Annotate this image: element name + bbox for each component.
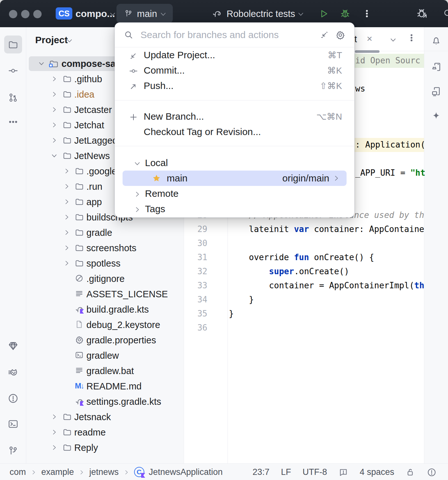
close-tab-icon[interactable]: × <box>367 33 372 44</box>
chevron-right-icon[interactable] <box>51 428 58 436</box>
menu-item-checkout-tag-or-revision[interactable]: Checkout Tag or Revision... <box>115 124 354 140</box>
caret-position[interactable]: 23:7 <box>252 467 269 477</box>
line-number: 32 <box>184 267 207 276</box>
status-widgets: 23:7LFUTF-84 spaces <box>252 464 436 480</box>
tree-row-screenshots[interactable]: screenshots <box>29 241 182 255</box>
line-separator[interactable]: LF <box>281 467 291 477</box>
tool-rail-terminal[interactable] <box>4 415 22 433</box>
folder-icon <box>63 428 72 436</box>
tree-row-readme[interactable]: readme <box>29 425 182 440</box>
chevron-right-icon[interactable] <box>63 229 70 236</box>
breadcrumb-segment[interactable]: com <box>10 467 26 477</box>
tree-row-Jetsnack[interactable]: Jetsnack <box>29 410 182 424</box>
breadcrumb-segment[interactable]: example <box>41 467 74 477</box>
tree-row-settings.gradle.kts[interactable]: settings.gradle.kts <box>29 394 182 409</box>
file-lock-widget[interactable] <box>406 467 415 477</box>
indent-size[interactable]: 4 spaces <box>360 467 394 477</box>
chevron-right-icon[interactable] <box>51 413 58 420</box>
chevron-right-icon[interactable] <box>63 183 70 190</box>
chevron-down-icon[interactable] <box>389 36 397 44</box>
chevron-down-icon[interactable] <box>51 152 58 159</box>
menu-item-push[interactable]: Push...⇧⌘K <box>115 78 354 93</box>
profiler-icon[interactable] <box>416 8 428 20</box>
project-folder-icon <box>49 59 58 68</box>
chevron-right-icon[interactable] <box>63 213 70 221</box>
tags-node[interactable]: Tags <box>115 201 354 217</box>
folder-icon <box>63 120 72 129</box>
settings-gear-icon[interactable] <box>335 30 345 40</box>
chevron-right-icon[interactable] <box>51 444 58 451</box>
file-icon <box>75 320 84 329</box>
menu-item-commit[interactable]: Commit...⌘K <box>115 63 354 78</box>
tool-rail-version-control[interactable] <box>4 442 22 460</box>
tree-item-label: spotless <box>86 258 120 269</box>
chevron-right-icon[interactable] <box>51 121 58 129</box>
chevron-down-icon[interactable] <box>66 37 73 44</box>
horizontal-scrollbar-thumb[interactable] <box>355 50 380 53</box>
notifications-widget[interactable] <box>339 467 348 477</box>
search-everywhere-icon[interactable] <box>443 8 448 19</box>
tree-row-spotless[interactable]: spotless <box>29 256 182 271</box>
tree-row-build.gradle.kts[interactable]: build.gradle.kts <box>29 302 182 317</box>
window-close-button[interactable] <box>9 10 17 18</box>
gitignore-icon <box>75 274 84 283</box>
menu-item-shortcut: ⌘K <box>327 65 342 76</box>
file-encoding[interactable]: UTF-8 <box>302 467 327 477</box>
tool-rail-problems[interactable] <box>4 389 22 407</box>
chevron-right-icon[interactable] <box>63 260 70 267</box>
tree-row-debug_2.keystore[interactable]: debug_2.keystore <box>29 317 182 332</box>
branch-main-label: main <box>167 173 282 184</box>
tree-row-gradlew[interactable]: gradlew <box>29 348 182 363</box>
commit-icon <box>8 66 18 76</box>
tool-rail-running-devices[interactable] <box>427 82 445 100</box>
branch-icon <box>124 9 133 18</box>
run-configuration-selector[interactable]: Robolectric tests <box>227 9 295 19</box>
menu-item-update-project[interactable]: Update Project...⌘T <box>115 47 354 63</box>
chevron-right-icon[interactable] <box>63 167 70 175</box>
debug-button[interactable] <box>340 8 350 19</box>
tree-row-.gitignore[interactable]: .gitignore <box>29 271 182 286</box>
branch-item-main[interactable]: main origin/main <box>123 171 347 186</box>
error-analysis-widget[interactable] <box>427 467 436 477</box>
chevron-right-icon[interactable] <box>63 198 70 205</box>
breadcrumb-class[interactable]: JetnewsApplication <box>149 467 223 477</box>
code-fragment: _APP_URI = "ht <box>355 168 425 178</box>
tool-rail-pull-requests[interactable] <box>4 89 22 107</box>
window-minimize-button[interactable] <box>21 10 29 18</box>
chevron-right-icon[interactable] <box>51 75 58 83</box>
tree-row-README.md[interactable]: M↓README.md <box>29 379 182 394</box>
menu-item-new-branch[interactable]: New Branch...⌥⌘N <box>115 109 354 124</box>
chevron-right-icon[interactable] <box>51 106 58 113</box>
tool-rail-logcat[interactable] <box>4 364 22 382</box>
menu-item-label: Update Project... <box>144 50 328 60</box>
chevron-right-icon[interactable] <box>51 137 58 144</box>
chev <box>63 260 70 267</box>
run-button[interactable] <box>319 9 329 19</box>
editor-options-icon[interactable] <box>407 33 416 42</box>
tool-rail-app-quality-insights[interactable] <box>4 337 22 355</box>
tree-row-ASSETS_LICENSE[interactable]: ASSETS_LICENSE <box>29 287 182 301</box>
chevron-right-icon[interactable] <box>63 244 70 252</box>
tool-rail-notifications[interactable] <box>427 32 445 50</box>
tool-rail-device-manager[interactable] <box>427 58 445 76</box>
open-in-tool-window-icon[interactable] <box>319 30 329 40</box>
tree-row-gradle[interactable]: gradle <box>29 225 182 240</box>
chevron-right-icon[interactable] <box>51 91 58 98</box>
tool-rail-project[interactable] <box>4 36 22 53</box>
tree-row-gradlew.bat[interactable]: gradlew.bat <box>29 364 182 378</box>
branch-search-input[interactable] <box>140 29 313 41</box>
tree-row-gradle.properties[interactable]: gradle.properties <box>29 333 182 348</box>
remote-branches-node[interactable]: Remote <box>115 186 354 201</box>
more-actions-button[interactable] <box>362 9 372 18</box>
local-branches-node[interactable]: Local <box>115 155 354 171</box>
tool-rail-commit[interactable] <box>4 62 22 80</box>
tool-rail-more-tool-windows[interactable] <box>4 113 22 131</box>
breadcrumb-segment[interactable]: jetnews <box>89 467 119 477</box>
folder-icon <box>75 166 84 175</box>
tree-item-label: screenshots <box>86 243 136 253</box>
chevron-down-icon[interactable] <box>38 60 45 67</box>
tool-rail-gemini-ai[interactable] <box>427 107 445 125</box>
window-zoom-button[interactable] <box>33 10 42 18</box>
project-icon-badge[interactable]: CS <box>56 7 72 20</box>
tree-row-Reply[interactable]: Reply <box>29 440 182 455</box>
